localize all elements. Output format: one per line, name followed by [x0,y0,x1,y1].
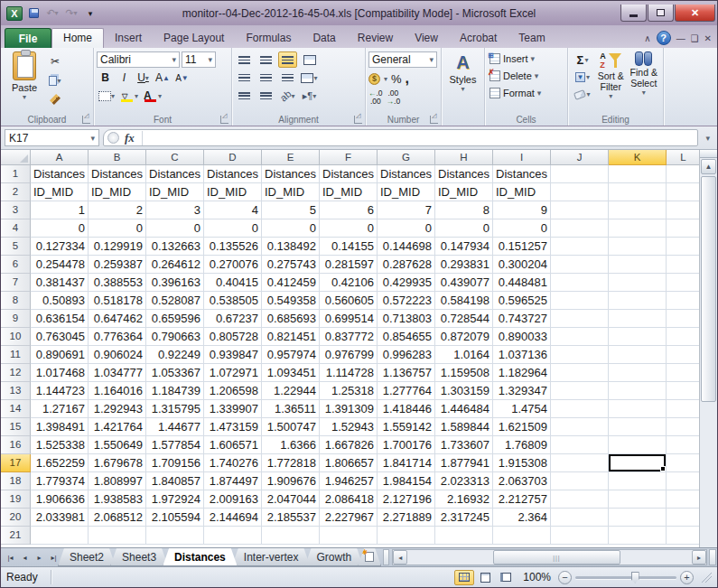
cell-B1[interactable]: Distances [89,165,146,183]
cell-B3[interactable]: 2 [89,201,146,219]
show-paragraph-button[interactable]: ▸¶▾ [300,88,319,104]
cell-B13[interactable]: 1.164016 [89,382,146,400]
cell-F3[interactable]: 6 [320,201,378,219]
delete-cells-button[interactable]: ✗ Delete▾ [488,67,564,84]
cell-C18[interactable]: 1.840857 [146,472,204,490]
select-all-corner[interactable] [1,150,31,165]
close-button[interactable]: ✕ [675,5,715,22]
cell-K16[interactable] [609,436,667,454]
cell-F19[interactable]: 2.086418 [320,490,378,509]
row-header-16[interactable]: 16 [1,436,31,454]
cell-G5[interactable]: 0.144698 [378,238,435,256]
cell-A17[interactable]: 1.652259 [31,454,89,472]
cell-B5[interactable]: 0.129919 [89,238,146,256]
format-cells-button[interactable]: Format▾ [488,84,564,101]
row-header-18[interactable]: 18 [1,472,31,490]
cell-E18[interactable]: 1.909676 [262,472,320,490]
sheet-tab-sheet2[interactable]: Sheet2 [58,548,116,566]
cell-J21[interactable] [551,527,609,545]
tab-file[interactable]: File [5,28,51,48]
cell-I20[interactable]: 2.364 [493,509,551,527]
cell-H11[interactable]: 1.0164 [435,346,493,364]
column-header-I[interactable]: I [493,150,551,165]
cell-B12[interactable]: 1.034777 [89,364,146,382]
zoom-slider-thumb[interactable] [631,572,639,583]
decrease-decimal-button[interactable]: .00→.0 [387,89,401,105]
cell-B7[interactable]: 0.388553 [89,274,146,292]
row-header-19[interactable]: 19 [1,490,31,509]
cell-B4[interactable]: 0 [89,219,146,238]
cell-B18[interactable]: 1.808997 [89,472,146,490]
cell-B14[interactable]: 1.292943 [89,400,146,418]
cell-L4[interactable] [667,219,699,238]
cell-D5[interactable]: 0.135526 [204,238,262,256]
cell-A1[interactable]: Distances [31,165,89,183]
expand-formula-bar-icon[interactable]: ▾ [702,134,713,143]
row-header-2[interactable]: 2 [1,183,31,201]
cell-D7[interactable]: 0.40415 [204,274,262,292]
cell-H10[interactable]: 0.872079 [435,328,493,346]
cell-K21[interactable] [609,527,667,545]
cell-F8[interactable]: 0.560605 [320,292,378,310]
cell-I2[interactable]: ID_MID [493,183,551,201]
cell-A19[interactable]: 1.906636 [31,490,89,509]
cell-F21[interactable] [320,527,378,545]
cell-G7[interactable]: 0.429935 [378,274,435,292]
cell-I5[interactable]: 0.151257 [493,238,551,256]
cell-L19[interactable] [667,490,699,509]
cell-E2[interactable]: ID_MID [262,183,320,201]
fill-button[interactable]: ▼▾ [571,70,594,85]
center-button[interactable] [256,70,275,86]
sheet-tab-distances[interactable]: Distances [163,548,238,566]
cell-D4[interactable]: 0 [204,219,262,238]
number-dialog-launcher-icon[interactable] [430,116,438,124]
cell-C13[interactable]: 1.184739 [146,382,204,400]
cell-B19[interactable]: 1.938583 [89,490,146,509]
cell-J19[interactable] [551,490,609,509]
row-header-12[interactable]: 12 [1,364,31,382]
cell-H18[interactable]: 2.023313 [435,472,493,490]
cell-L3[interactable] [667,201,699,219]
grow-font-button[interactable]: A▲ [154,70,172,86]
tab-review[interactable]: Review [347,29,404,48]
cell-A14[interactable]: 1.27167 [31,400,89,418]
tab-split-handle[interactable] [383,549,389,565]
cell-D14[interactable]: 1.339907 [204,400,262,418]
cell-L16[interactable] [667,436,699,454]
excel-logo-icon[interactable]: X [6,6,23,21]
clipboard-dialog-launcher-icon[interactable] [82,116,90,124]
cell-K10[interactable] [609,328,667,346]
cell-L18[interactable] [667,472,699,490]
cell-A2[interactable]: ID_MID [31,183,89,201]
shrink-font-button[interactable]: A▼ [173,70,191,86]
cell-H16[interactable]: 1.733607 [435,436,493,454]
cell-J5[interactable] [551,238,609,256]
align-right-button[interactable] [278,70,297,86]
cell-E14[interactable]: 1.36511 [262,400,320,418]
cell-L11[interactable] [667,346,699,364]
cell-C12[interactable]: 1.053367 [146,364,204,382]
cell-J9[interactable] [551,310,609,328]
cell-J8[interactable] [551,292,609,310]
zoom-level[interactable]: 100% [523,571,551,583]
cell-G21[interactable] [378,527,435,545]
cell-K20[interactable] [609,509,667,527]
cell-A4[interactable]: 0 [31,219,89,238]
cell-A18[interactable]: 1.779374 [31,472,89,490]
cell-D10[interactable]: 0.805728 [204,328,262,346]
wrap-text-button[interactable] [300,51,319,68]
alignment-dialog-launcher-icon[interactable] [354,116,362,124]
cell-G11[interactable]: 0.996283 [378,346,435,364]
cell-L13[interactable] [667,382,699,400]
column-header-C[interactable]: C [146,150,204,165]
cell-E11[interactable]: 0.957974 [262,346,320,364]
cell-E20[interactable]: 2.185537 [262,509,320,527]
cell-L10[interactable] [667,328,699,346]
cell-B9[interactable]: 0.647462 [89,310,146,328]
tab-formulas[interactable]: Formulas [235,29,302,48]
find-select-button[interactable]: Find & Select▾ [628,50,661,113]
save-button[interactable] [25,6,42,21]
zoom-out-icon[interactable]: − [558,571,572,584]
cell-K19[interactable] [609,490,667,509]
cell-B8[interactable]: 0.518178 [89,292,146,310]
